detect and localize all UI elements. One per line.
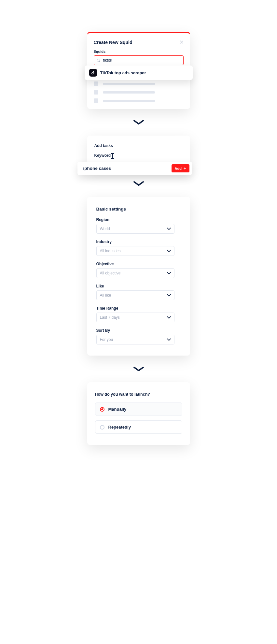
keyword-input-row: iphone cases Add + xyxy=(77,162,192,175)
objective-select[interactable]: All objective xyxy=(96,268,174,278)
field-label: Time Range xyxy=(96,306,181,311)
card-title: Create New Squid xyxy=(94,40,132,45)
keyword-value[interactable]: iphone cases xyxy=(83,166,111,171)
field-label: Industry xyxy=(96,240,181,244)
radio-icon xyxy=(100,407,104,412)
region-select[interactable]: World xyxy=(96,224,174,234)
close-button[interactable]: ✕ xyxy=(179,40,184,45)
close-icon: ✕ xyxy=(179,39,184,45)
squids-label: Squids xyxy=(87,50,190,55)
svg-line-1 xyxy=(99,61,100,62)
launch-card: How do you want to launch? Manually Repe… xyxy=(87,382,190,445)
keyword-label: Keyword xyxy=(87,153,190,158)
chevron-down-icon xyxy=(133,366,145,372)
svg-point-0 xyxy=(97,59,99,61)
squid-search-input[interactable] xyxy=(94,55,184,65)
basic-settings-card: Basic settings Region World Industry All… xyxy=(87,197,190,356)
text-cursor-icon xyxy=(112,154,113,158)
field-industry: Industry All industies xyxy=(96,240,181,256)
search-wrap xyxy=(87,55,190,65)
search-result-label: TikTok top ads scraper xyxy=(100,70,146,75)
like-select[interactable]: All like xyxy=(96,290,174,300)
create-squid-card: Create New Squid ✕ Squids TikTok top ads… xyxy=(87,32,190,109)
field-region: Region World xyxy=(96,217,181,234)
add-tasks-card: Add tasks Keyword iphone cases Add + xyxy=(87,136,190,170)
field-objective: Objective All objective xyxy=(96,262,181,278)
field-label: Sort By xyxy=(96,328,181,333)
chevron-down-icon xyxy=(167,250,171,252)
tiktok-icon xyxy=(89,69,97,77)
search-result-item[interactable]: TikTok top ads scraper xyxy=(85,66,193,80)
sort-by-select[interactable]: For you xyxy=(96,335,174,344)
skeleton-row xyxy=(94,98,184,103)
launch-option-manually[interactable]: Manually xyxy=(95,402,182,416)
field-label: Objective xyxy=(96,262,181,266)
launch-title: How do you want to launch? xyxy=(95,392,182,397)
industry-select[interactable]: All industies xyxy=(96,246,174,256)
search-icon xyxy=(96,58,100,62)
chevron-down-icon xyxy=(167,272,171,274)
field-sort-by: Sort By For you xyxy=(96,328,181,344)
field-label: Like xyxy=(96,284,181,288)
chevron-down-icon xyxy=(133,181,145,186)
chevron-down-icon xyxy=(167,316,171,319)
time-range-select[interactable]: Last 7 days xyxy=(96,313,174,322)
chevron-down-icon xyxy=(167,294,171,297)
field-label: Region xyxy=(96,217,181,222)
skeleton-row xyxy=(94,90,184,95)
plus-icon: + xyxy=(184,166,186,170)
chevron-down-icon xyxy=(167,227,171,230)
radio-icon xyxy=(100,425,104,430)
field-time-range: Time Range Last 7 days xyxy=(96,306,181,322)
basic-settings-title: Basic settings xyxy=(96,207,181,212)
skeleton-row xyxy=(94,81,184,86)
add-keyword-button[interactable]: Add + xyxy=(172,164,189,172)
chevron-down-icon xyxy=(133,119,145,125)
chevron-down-icon xyxy=(167,338,171,341)
add-tasks-title: Add tasks xyxy=(87,143,190,148)
launch-option-repeatedly[interactable]: Repeatedly xyxy=(95,420,182,434)
field-like: Like All like xyxy=(96,284,181,300)
card-header: Create New Squid ✕ xyxy=(87,40,190,50)
